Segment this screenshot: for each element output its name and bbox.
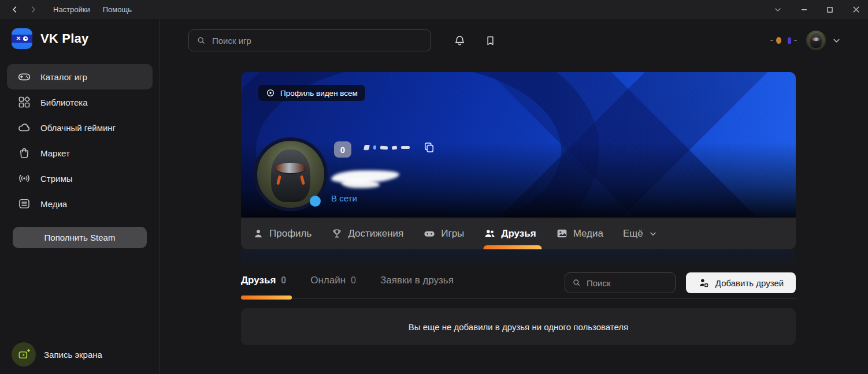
trophy-icon — [331, 228, 343, 240]
online-status-label: В сети — [331, 193, 357, 203]
sidebar-item-catalog[interactable]: Каталог игр — [7, 64, 153, 89]
sidebar-item-label: Облачный гейминг — [40, 123, 116, 133]
tab-friends[interactable]: Друзья — [484, 218, 536, 249]
sidebar-item-label: Медиа — [40, 199, 67, 209]
sidebar-item-streams[interactable]: Стримы — [7, 166, 153, 191]
sidebar-item-label: Библиотека — [40, 98, 88, 107]
stream-icon — [17, 171, 31, 185]
main-topbar — [160, 19, 868, 62]
maximize-button[interactable] — [825, 5, 835, 15]
subtab-count: 0 — [281, 275, 286, 286]
friends-section-header: Друзья 0 Онлайн 0 Заявки в друзья — [241, 270, 796, 302]
subtab-label: Друзья — [241, 275, 276, 286]
profile-level-badge: 0 — [334, 141, 351, 158]
sidebar-item-market[interactable]: Маркет — [7, 140, 153, 166]
back-icon[interactable] — [9, 5, 20, 15]
forward-icon[interactable] — [28, 5, 38, 15]
tabs-divider — [241, 298, 796, 299]
sidebar-item-label: Стримы — [40, 174, 73, 184]
tab-achievements[interactable]: Достижения — [331, 218, 403, 249]
online-status-dot — [310, 196, 321, 207]
tab-label: Достижения — [348, 228, 403, 240]
screen-record-label: Запись экрана — [44, 350, 102, 360]
user-menu-chevron-icon[interactable] — [832, 36, 841, 46]
notifications-bell-icon[interactable] — [453, 34, 466, 47]
tab-label: Друзья — [501, 228, 536, 240]
vk-play-logo-icon: ✕ — [12, 28, 32, 49]
balance-redacted — [794, 40, 797, 41]
brand-title: VK Play — [40, 31, 88, 46]
brand-row[interactable]: ✕ VK Play — [0, 19, 159, 49]
cloud-icon — [17, 121, 31, 134]
eye-icon — [266, 88, 275, 98]
coin-orange-icon — [776, 37, 781, 44]
add-friends-label: Добавить друзей — [715, 278, 784, 288]
banner-glow — [241, 249, 796, 270]
profile-visibility-badge[interactable]: Профиль виден всем — [258, 85, 365, 101]
main-area: Профиль виден всем 0 — [160, 19, 868, 374]
subtab-online[interactable]: Онлайн 0 — [310, 275, 356, 286]
media-icon — [17, 197, 31, 211]
friends-icon — [484, 227, 496, 240]
person-icon — [253, 228, 264, 240]
library-icon — [17, 95, 31, 109]
add-friends-button[interactable]: Добавить друзей — [686, 272, 796, 293]
profile-banner-art: Профиль виден всем 0 — [241, 72, 796, 218]
bookmark-icon[interactable] — [484, 35, 496, 47]
subtab-friends[interactable]: Друзья 0 — [241, 275, 286, 286]
profile-banner: Профиль виден всем 0 — [241, 72, 796, 249]
picture-icon — [556, 227, 568, 240]
screen-record-button[interactable]: Запись экрана — [12, 342, 102, 366]
tab-label: Профиль — [269, 228, 311, 240]
coin-blue-icon — [788, 38, 791, 44]
sidebar-item-label: Маркет — [40, 148, 70, 158]
profile-visibility-label: Профиль виден всем — [280, 89, 358, 98]
subtab-requests[interactable]: Заявки в друзья — [380, 275, 454, 286]
games-search-input[interactable] — [188, 29, 431, 51]
sidebar-nav: Каталог игр Библиотека Облачный гейминг … — [0, 64, 159, 216]
collapse-chevron-icon[interactable] — [773, 5, 783, 15]
active-subtab-underline — [241, 296, 292, 300]
friends-empty-state: Вы еще не добавили в друзья ни одного по… — [241, 308, 796, 345]
subtab-label: Онлайн — [310, 275, 346, 286]
wallet-balances[interactable] — [770, 37, 797, 44]
tab-label: Ещё — [623, 228, 643, 240]
shopping-bag-icon — [17, 146, 31, 160]
subtab-count: 0 — [351, 275, 356, 286]
search-icon — [196, 35, 206, 46]
search-icon — [572, 278, 581, 287]
titlebar: Настройки Помощь — [0, 0, 868, 19]
menu-settings[interactable]: Настройки — [53, 5, 90, 14]
sidebar-item-media[interactable]: Медиа — [7, 191, 153, 216]
balance-redacted — [770, 40, 773, 41]
sidebar-item-cloud-gaming[interactable]: Облачный гейминг — [7, 115, 153, 140]
friends-subtabs: Друзья 0 Онлайн 0 Заявки в друзья — [241, 275, 454, 286]
person-add-icon — [698, 277, 710, 289]
steam-topup-button[interactable]: Пополнить Steam — [13, 227, 147, 248]
profile-id-redacted — [364, 145, 410, 150]
app-menu: Настройки Помощь — [53, 5, 132, 14]
sidebar: ✕ VK Play Каталог игр Библиотека Облачны… — [0, 19, 160, 374]
tab-label: Игры — [441, 228, 464, 240]
username-redacted — [331, 170, 399, 188]
tab-more[interactable]: Ещё — [623, 218, 658, 249]
chevron-down-icon — [648, 229, 658, 238]
user-avatar[interactable] — [806, 31, 826, 50]
close-button[interactable] — [851, 5, 861, 15]
minimize-button[interactable] — [799, 5, 809, 15]
empty-state-message: Вы еще не добавили в друзья ни одного по… — [409, 322, 629, 332]
tab-media[interactable]: Медиа — [556, 218, 603, 249]
profile-avatar[interactable] — [254, 137, 328, 211]
tab-profile[interactable]: Профиль — [253, 218, 311, 249]
gamepad-icon — [423, 227, 436, 240]
profile-tabs: Профиль Достижения Игры Друзья — [241, 218, 796, 249]
window-controls — [773, 5, 861, 15]
gamepad-icon — [17, 70, 31, 84]
menu-help[interactable]: Помощь — [103, 5, 132, 14]
tab-label: Медиа — [573, 228, 603, 240]
sidebar-item-library[interactable]: Библиотека — [7, 89, 153, 115]
subtab-label: Заявки в друзья — [380, 275, 454, 286]
screen-record-icon — [12, 342, 36, 366]
tab-games[interactable]: Игры — [423, 218, 464, 249]
copy-id-icon[interactable] — [422, 141, 436, 154]
